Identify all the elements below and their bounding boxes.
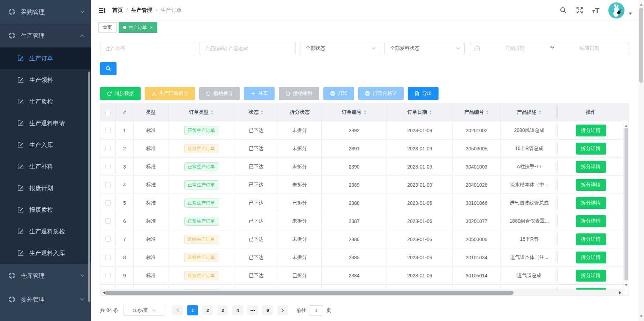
split-detail-button[interactable]: 拆分详情: [576, 270, 606, 282]
split-detail-button[interactable]: 拆分详情: [576, 233, 606, 245]
page-button-9[interactable]: 9: [262, 305, 273, 315]
sidebar-subitem-1-6[interactable]: 报废计划: [0, 177, 91, 199]
scroll-up-arrow-icon[interactable]: [625, 124, 628, 127]
page-button-1[interactable]: 1: [187, 305, 198, 315]
product-code-name-input[interactable]: [200, 42, 296, 55]
sort-carets-icon[interactable]: [539, 109, 541, 116]
close-icon[interactable]: ×: [150, 25, 153, 30]
scroll-up-arrow-icon[interactable]: [640, 2, 643, 6]
production-order-no-input[interactable]: [100, 42, 195, 55]
search-icon[interactable]: [560, 7, 567, 14]
sidebar-group-0[interactable]: 采购管理: [0, 0, 91, 24]
search-button[interactable]: [100, 62, 117, 75]
column-header-6[interactable]: 订单日期: [387, 103, 453, 121]
breadcrumb-production-management[interactable]: 生产管理: [131, 7, 152, 14]
sidebar-group-1[interactable]: 生产管理: [0, 24, 91, 47]
issue-status-select[interactable]: 全部发料状态: [384, 42, 465, 55]
sort-desc-icon[interactable]: [486, 113, 489, 116]
page-button-2[interactable]: 2: [202, 305, 213, 315]
sidebar-subitem-1-7[interactable]: 报废质检: [0, 199, 91, 221]
sort-asc-icon[interactable]: [539, 109, 541, 112]
scroll-right-arrow-icon[interactable]: [619, 291, 623, 294]
horizontal-scroll-thumb[interactable]: [105, 291, 514, 295]
user-avatar[interactable]: [608, 2, 624, 18]
order-split-button[interactable]: 生产订单拆分: [145, 87, 195, 100]
split-detail-button[interactable]: 拆分详情: [576, 252, 606, 263]
sidebar-subitem-1-0[interactable]: 生产订单: [0, 47, 91, 69]
column-header-8[interactable]: 产品描述: [501, 103, 558, 121]
avatar-dropdown-caret-icon[interactable]: [629, 13, 632, 16]
sort-desc-icon[interactable]: [261, 113, 263, 116]
row-checkbox[interactable]: [105, 164, 111, 169]
row-checkbox[interactable]: [105, 146, 111, 151]
scroll-left-arrow-icon[interactable]: [102, 291, 105, 294]
sidebar-subitem-1-9[interactable]: 生产退料入库: [0, 242, 91, 264]
column-header-7[interactable]: 产品编号: [453, 103, 501, 121]
table-vertical-scrollbar[interactable]: [623, 122, 629, 289]
sidebar-subitem-1-5[interactable]: 生产补料: [0, 156, 91, 177]
column-header-2[interactable]: 订单类型: [169, 103, 234, 121]
row-checkbox[interactable]: [105, 200, 111, 206]
fullscreen-icon[interactable]: [576, 7, 583, 14]
sidebar-group-2[interactable]: 仓库管理: [0, 264, 91, 288]
sort-desc-icon[interactable]: [211, 113, 214, 116]
row-checkbox[interactable]: [105, 273, 111, 278]
select-all-checkbox[interactable]: [105, 110, 111, 115]
sort-carets-icon[interactable]: [211, 109, 214, 116]
row-checkbox[interactable]: [105, 182, 111, 187]
tab-1[interactable]: 生产订单×: [119, 22, 157, 33]
split-detail-button[interactable]: 拆分详情: [576, 161, 606, 173]
split-detail-button[interactable]: 拆分详情: [576, 179, 606, 191]
vertical-scroll-thumb[interactable]: [624, 128, 628, 281]
column-header-5[interactable]: 订单编号: [322, 103, 387, 121]
page-size-select[interactable]: 10条/页: [123, 305, 165, 316]
undo-split-button[interactable]: 撤销拆分: [199, 87, 240, 100]
sidebar-subitem-1-2[interactable]: 生产质检: [0, 91, 91, 112]
goto-page-input[interactable]: [309, 305, 323, 316]
browser-scrollbar[interactable]: [638, 0, 644, 321]
undo-issue-button[interactable]: 撤销领料: [279, 87, 319, 100]
page-button-4[interactable]: 4: [232, 305, 243, 315]
sidebar-group-3[interactable]: 委外管理: [0, 288, 91, 311]
pager-ellipsis[interactable]: •••: [247, 305, 258, 315]
sort-desc-icon[interactable]: [429, 113, 432, 116]
print-cert-button[interactable]: 打印合格证: [358, 87, 404, 100]
sort-asc-icon[interactable]: [364, 109, 366, 112]
sync-data-button[interactable]: 同步数据: [100, 87, 141, 100]
font-size-icon[interactable]: TT: [592, 7, 599, 14]
split-detail-button[interactable]: 拆分详情: [576, 215, 606, 227]
row-checkbox[interactable]: [105, 255, 111, 260]
sort-carets-icon[interactable]: [486, 109, 489, 116]
scroll-down-arrow-icon[interactable]: [640, 315, 643, 319]
tab-0[interactable]: 首页: [98, 22, 117, 33]
sidebar-subitem-1-1[interactable]: 生产领料: [0, 69, 91, 91]
split-detail-button[interactable]: 拆分详情: [576, 197, 606, 209]
sort-desc-icon[interactable]: [364, 113, 366, 116]
sort-carets-icon[interactable]: [364, 109, 366, 116]
scroll-down-arrow-icon[interactable]: [625, 284, 628, 288]
split-detail-button[interactable]: 拆分详情: [576, 125, 606, 136]
hamburger-icon[interactable]: [98, 7, 106, 14]
sort-asc-icon[interactable]: [211, 109, 214, 112]
prev-page-button[interactable]: [172, 305, 183, 315]
sidebar-subitem-1-3[interactable]: 生产退料申请: [0, 112, 91, 134]
row-checkbox[interactable]: [105, 237, 111, 242]
sidebar-subitem-1-4[interactable]: 生产入库: [0, 134, 91, 156]
sort-asc-icon[interactable]: [429, 109, 432, 112]
row-checkbox[interactable]: [105, 128, 111, 133]
next-page-button[interactable]: [277, 305, 288, 315]
sidebar-scrollbar[interactable]: [88, 72, 90, 302]
sort-asc-icon[interactable]: [486, 109, 489, 112]
browser-scroll-thumb[interactable]: [639, 8, 643, 83]
date-range-picker[interactable]: 开始日期 至 结束日期: [469, 42, 629, 55]
column-header-3[interactable]: 状态: [234, 103, 278, 121]
sidebar-subitem-1-8[interactable]: 生产退料质检: [0, 221, 91, 242]
sort-carets-icon[interactable]: [261, 109, 263, 116]
page-button-3[interactable]: 3: [217, 305, 228, 315]
print-button[interactable]: 打印: [323, 87, 354, 100]
export-button[interactable]: 导出: [408, 87, 439, 100]
status-select[interactable]: 全部状态: [300, 42, 380, 55]
row-checkbox[interactable]: [105, 218, 111, 224]
sort-asc-icon[interactable]: [261, 109, 263, 112]
breadcrumb-home[interactable]: 首页: [112, 7, 123, 14]
